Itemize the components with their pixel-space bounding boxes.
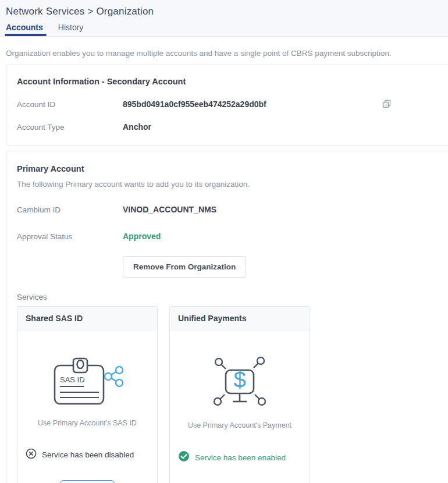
shared-sas-id-header: Shared SAS ID — [17, 307, 157, 331]
cambium-id-row: Cambium ID VINOD_ACCOUNT_NMS — [17, 205, 446, 214]
unified-payments-body: $ Use Primary Account's Payment Service … — [170, 331, 310, 483]
dollar-symbol: $ — [233, 368, 246, 392]
shared-sas-id-body: SAS ID Use Primary Account's SAS ID — [17, 331, 157, 483]
unified-payments-status: Service has been enabled — [178, 450, 286, 464]
approval-status-label: Approval Status — [17, 232, 123, 241]
copy-account-id-button[interactable] — [382, 100, 392, 109]
shared-sas-id-description: Use Primary Account's SAS ID — [38, 419, 137, 427]
services-label: Services — [17, 293, 446, 301]
unified-payments-header: Unified Payments — [170, 307, 310, 331]
enabled-check-circle-icon — [178, 450, 190, 464]
account-id-value: 895bd0491a0cf955eeb474252a29d0bf — [123, 100, 266, 109]
primary-account-card: Primary Account The following Primary ac… — [6, 151, 448, 483]
shared-sas-id-title: Shared SAS ID — [26, 314, 149, 323]
enable-button[interactable]: Enable — [60, 480, 115, 483]
services-row: Shared SAS ID SAS ID — [17, 306, 446, 483]
copy-icon — [382, 102, 392, 111]
primary-account-title: Primary Account — [17, 164, 446, 173]
account-type-label: Account Type — [17, 123, 123, 132]
page-header: Network Services > Organization Accounts… — [0, 0, 448, 37]
approval-status-value: Approved — [123, 232, 161, 241]
account-type-value: Anchor — [123, 122, 151, 132]
cambium-id-label: Cambium ID — [17, 205, 123, 214]
tab-history[interactable]: History — [58, 23, 84, 36]
shared-sas-id-status-text: Service has been disabled — [42, 450, 134, 459]
page-description: Organization enables you to manage multi… — [6, 49, 448, 58]
account-id-row: Account ID 895bd0491a0cf955eeb474252a29d… — [17, 100, 446, 109]
shared-sas-id-status: Service has been disabled — [26, 448, 134, 461]
account-id-label: Account ID — [17, 100, 123, 109]
tab-accounts[interactable]: Accounts — [6, 23, 43, 36]
account-information-card: Account Information - Secondary Account … — [6, 65, 448, 146]
unified-payments-status-text: Service has been enabled — [195, 453, 286, 462]
remove-from-organization-button[interactable]: Remove From Organization — [123, 256, 246, 278]
approval-status-row: Approval Status Approved — [17, 232, 446, 241]
unified-payments-description: Use Primary Account's Payment — [188, 421, 291, 429]
sas-id-icon-text: SAS ID — [60, 375, 85, 384]
service-card-shared-sas-id: Shared SAS ID SAS ID — [17, 306, 158, 483]
breadcrumb: Network Services > Organization — [6, 6, 448, 17]
unified-payments-icon: $ — [205, 354, 275, 412]
account-type-row: Account Type Anchor — [17, 122, 446, 132]
sas-id-badge-icon: SAS ID — [50, 354, 125, 410]
disabled-cross-circle-icon — [26, 448, 37, 461]
service-card-unified-payments: Unified Payments — [169, 306, 310, 483]
account-information-title: Account Information - Secondary Account — [17, 77, 446, 86]
cambium-id-value: VINOD_ACCOUNT_NMS — [123, 205, 216, 214]
tab-bar: Accounts History — [6, 23, 448, 36]
primary-account-subtitle: The following Primary account wants to a… — [17, 180, 446, 189]
unified-payments-title: Unified Payments — [178, 314, 301, 323]
